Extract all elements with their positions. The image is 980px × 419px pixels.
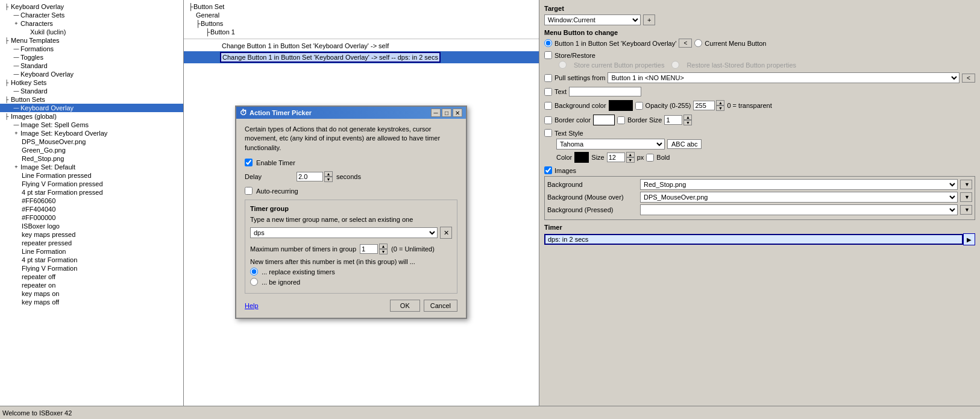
tree-item-isboxer-logo[interactable]: ISBoxer logo [0,222,183,230]
cancel-button[interactable]: Cancel [424,300,457,312]
opacity-checkbox[interactable] [635,102,643,110]
delay-down-btn[interactable]: ▼ [324,177,333,182]
bg-color-checkbox[interactable] [544,102,552,110]
ok-button[interactable]: OK [390,300,420,312]
font-dropdown[interactable]: Tahoma [556,139,665,150]
tree-item-red-stop[interactable]: Red_Stop.png [0,154,183,163]
pull-dropdown[interactable]: Button 1 in <NO MENU> [608,72,960,83]
max-up-btn[interactable]: ▲ [379,244,388,249]
tree-item-images-global[interactable]: ├ Images (global) [0,112,183,121]
images-checkbox[interactable] [544,166,552,174]
delay-input[interactable] [297,172,323,181]
tree-item-key-maps-off[interactable]: key maps off [0,298,183,306]
tree-item-keyboard-overlay[interactable]: ├ Keyboard Overlay [0,2,183,11]
tree-item-spell-gems[interactable]: — Image Set: Spell Gems [0,121,183,129]
tree-item-image-set-default[interactable]: + Image Set: Default [0,163,183,171]
border-size-up-btn[interactable]: ▲ [683,115,692,120]
tree-item-keyboard-overlay-menu[interactable]: — Keyboard Overlay [0,70,183,78]
bg-mouseover-dropdown[interactable]: DPS_MouseOver.png Green_Go.png Red_Stop.… [640,192,958,203]
help-link[interactable]: Help [245,302,259,309]
text-input[interactable] [569,87,641,96]
store-radio[interactable] [559,61,567,69]
store-restore-checkbox[interactable] [544,51,552,59]
bg-mouseover-arrow[interactable]: ▼ [960,192,972,202]
border-color-checkbox[interactable] [544,116,552,124]
button-arrow-btn[interactable]: < [679,39,692,48]
tree-item-repeater-on[interactable]: repeater on [0,281,183,289]
tree-item-button-sets[interactable]: ├ Button Sets [0,95,183,104]
bg-pressed-arrow[interactable]: ▼ [960,205,972,215]
max-timers-spinner[interactable]: ▲ ▼ [360,244,388,254]
restore-radio[interactable] [671,61,679,69]
border-color-swatch[interactable] [593,115,615,125]
tree-item-ff606060[interactable]: #FF606060 [0,197,183,205]
bold-checkbox[interactable] [646,154,654,162]
ignore-radio[interactable] [250,278,258,286]
button-radio[interactable] [544,39,552,47]
tree-item-ff404040[interactable]: #FF404040 [0,205,183,213]
tree-item-repeater-off[interactable]: repeater off [0,273,183,281]
tree-item-standard-menu[interactable]: — Standard [0,61,183,70]
dialog-close-btn[interactable]: ✕ [453,109,462,117]
tree-item-ff000000[interactable]: #FF000000 [0,213,183,222]
replace-radio[interactable] [250,268,258,276]
tree-item-key-maps-pressed[interactable]: key maps pressed [0,230,183,239]
delay-spinner[interactable]: ▲ ▼ [297,171,333,182]
tree-item-flying-v-pressed[interactable]: Flying V Formation pressed [0,180,183,188]
font-size-down-btn[interactable]: ▼ [626,157,635,163]
tree-item-standard-hotkey[interactable]: — Standard [0,87,183,95]
text-style-checkbox[interactable] [544,129,552,137]
max-down-btn[interactable]: ▼ [379,249,388,254]
tree-item-4pt-star-pressed[interactable]: 4 pt star Formation pressed [0,188,183,197]
timer-group-dropdown[interactable]: dps [250,227,438,238]
tree-item-dps-mouseover[interactable]: DPS_MouseOver.png [0,137,183,146]
action-item-2[interactable]: Change Button 1 in Button Set 'Keyboard … [184,51,539,63]
timer-copy-btn[interactable]: ▶ [963,233,975,245]
tree-item-toggles[interactable]: — Toggles [0,53,183,61]
font-size-up-btn[interactable]: ▲ [626,152,635,157]
delay-up-btn[interactable]: ▲ [324,171,333,177]
background-dropdown[interactable]: Red_Stop.png Green_Go.png DPS_MouseOver.… [640,179,958,190]
dialog-minimize-btn[interactable]: ─ [431,109,441,117]
tree-item-hotkey-sets[interactable]: ├ Hotkey Sets [0,78,183,87]
opacity-up-btn[interactable]: ▲ [716,100,724,106]
bg-pressed-dropdown[interactable]: Red_Stop.png Green_Go.png [640,204,958,215]
border-size-checkbox[interactable] [617,116,625,124]
tree-item-keyboard-overlay-btn[interactable]: — Keyboard Overlay [0,104,183,112]
tree-item-4pt-star-formation[interactable]: 4 pt star Formation [0,256,183,264]
tree-item-menu-templates[interactable]: ├ Menu Templates [0,36,183,45]
border-size-spinner[interactable]: ▲ ▼ [664,115,692,125]
plus-button[interactable]: + [643,14,655,25]
border-size-input[interactable] [664,115,682,125]
timer-input[interactable] [544,234,963,245]
bg-dropdown-arrow[interactable]: ▼ [960,180,972,189]
font-size-spinner[interactable]: ▲ ▼ [607,152,635,163]
enable-timer-checkbox[interactable] [245,159,253,166]
font-size-input[interactable] [607,153,625,162]
tree-item-green-go[interactable]: Green_Go.png [0,146,183,154]
max-timers-input[interactable] [360,244,378,254]
pull-checkbox[interactable] [544,74,552,82]
tree-item-formations[interactable]: — Formations [0,45,183,53]
tree-item-flying-v-formation[interactable]: Flying V Formation [0,264,183,273]
action-item-1[interactable]: Change Button 1 in Button Set 'Keyboard … [184,40,539,51]
bg-color-swatch[interactable] [609,100,633,111]
border-size-down-btn[interactable]: ▼ [683,120,692,125]
tree-item-repeater-pressed[interactable]: repeater pressed [0,239,183,247]
tree-item-keyboard-overlay-img[interactable]: + Image Set: Keyboard Overlay [0,129,183,137]
auto-recurring-checkbox[interactable] [245,187,253,195]
opacity-input[interactable] [693,101,715,110]
tree-item-xukil[interactable]: Xukil (luclin) [0,28,183,36]
font-color-swatch[interactable] [574,152,589,163]
tree-item-character-sets[interactable]: — Character Sets [0,11,183,19]
current-menu-radio[interactable] [694,39,702,47]
tree-item-line-formation-pressed[interactable]: Line Formation pressed [0,171,183,180]
pull-arrow-btn[interactable]: < [962,74,975,83]
tree-item-line-formation[interactable]: Line Formation [0,247,183,256]
opacity-down-btn[interactable]: ▼ [716,106,724,111]
window-current-dropdown[interactable]: Window:Current [544,14,641,25]
tree-item-key-maps-on[interactable]: key maps on [0,289,183,298]
timer-group-clear-btn[interactable]: ✕ [440,227,452,239]
dialog-maximize-btn[interactable]: □ [442,109,451,117]
opacity-spinner[interactable]: ▲ ▼ [693,100,724,111]
